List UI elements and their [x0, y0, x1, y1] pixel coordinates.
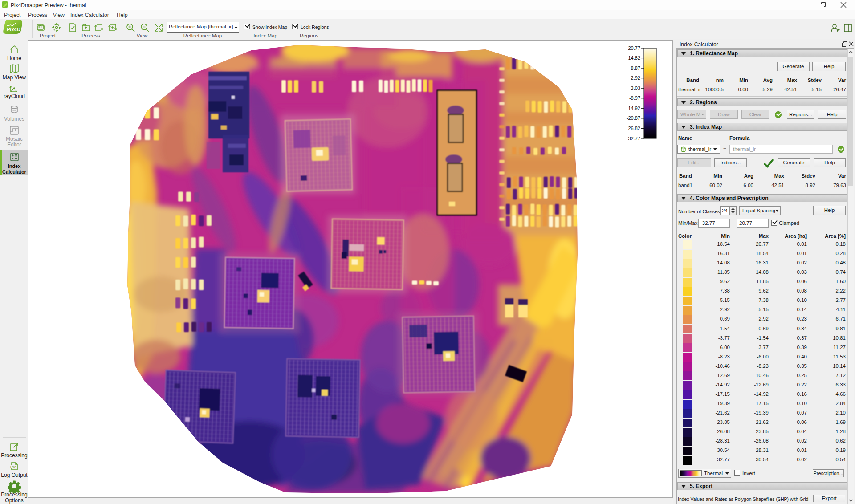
svg-text:2.92: 2.92	[631, 75, 640, 81]
svg-text:-20.87: -20.87	[627, 115, 640, 121]
svg-text:-14.92: -14.92	[627, 106, 640, 111]
svg-text:8.87: 8.87	[631, 65, 640, 71]
svg-text:Pix4D: Pix4D	[7, 27, 20, 32]
svg-text:-3.03: -3.03	[629, 85, 640, 91]
svg-text:20.77: 20.77	[628, 45, 640, 51]
svg-text:-26.82: -26.82	[627, 126, 640, 131]
svg-text:LOG: LOG	[10, 466, 16, 469]
svg-text:14.82: 14.82	[628, 55, 640, 61]
svg-text:-32.77: -32.77	[627, 136, 640, 141]
svg-text:-8.97: -8.97	[629, 95, 640, 101]
